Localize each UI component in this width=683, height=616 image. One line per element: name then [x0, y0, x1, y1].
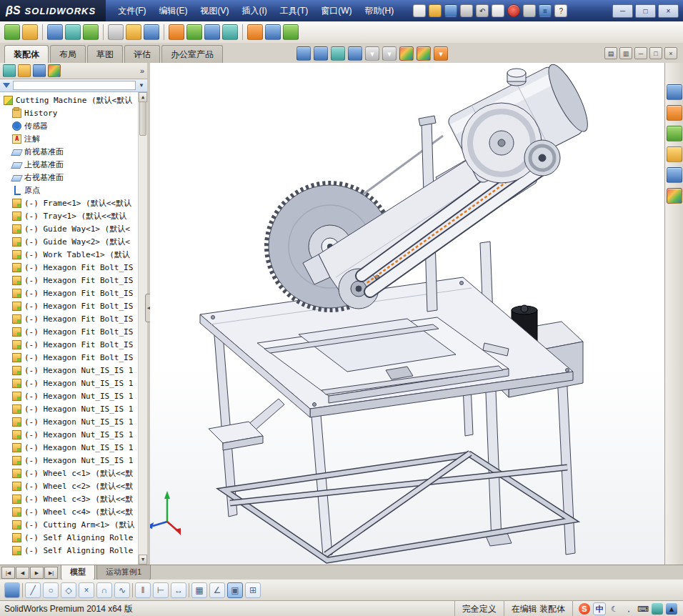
tree-item-sensors[interactable]: 传感器 [0, 119, 147, 132]
tree-item-component[interactable]: (-) Hexagon Fit Bolt_IS [0, 287, 147, 299]
smart-fasteners-icon[interactable] [65, 24, 81, 40]
view-orientation-icon[interactable]: ▾ [365, 46, 379, 61]
tree-item-component[interactable]: (-) Hexagon Nut_IS_IS 1 [0, 428, 147, 441]
filter-input[interactable] [13, 81, 136, 90]
menu-item[interactable]: 视图(V) [194, 1, 236, 21]
file-explorer-icon[interactable] [667, 146, 682, 162]
tree-item-component[interactable]: (-) Guide Way<2> (默认< [0, 235, 147, 248]
tree-item-component[interactable]: (-) Hexagon Fit Bolt_IS [0, 261, 147, 274]
previous-study-button[interactable]: ◀ [16, 567, 29, 579]
linear-component-pattern-icon[interactable] [47, 24, 63, 40]
sogou-ime-icon[interactable]: S [579, 603, 590, 615]
configurationmanager-tab-icon[interactable] [33, 64, 46, 77]
tree-item-component[interactable]: (-) Wheel c<1> (默认<<默 [0, 467, 147, 480]
tree-item-component[interactable]: (-) Hexagon Fit Bolt_IS [0, 299, 147, 312]
featuremanager-tab-icon[interactable] [3, 64, 16, 77]
large-design-review-icon[interactable] [283, 24, 299, 40]
command-tab[interactable]: 草图 [87, 45, 123, 63]
task-pane-expand-icon[interactable] [667, 84, 682, 100]
menu-item[interactable]: 工具(T) [274, 1, 314, 21]
tree-item-component[interactable]: (-) Wheel c<2> (默认<<默 [0, 480, 147, 492]
tree-item-component[interactable]: (-) Hexagon Fit Bolt_IS [0, 351, 147, 364]
tree-item-component[interactable]: (-) Hexagon Fit Bolt_IS [0, 325, 147, 338]
tree-item-component[interactable]: (-) Hexagon Fit Bolt_IS [0, 338, 147, 351]
record-macro-icon[interactable] [507, 4, 520, 17]
save-icon[interactable] [444, 4, 457, 17]
minimize-document-icon[interactable]: ─ [634, 47, 647, 59]
tree-item-component[interactable]: (-) Wheel c<4> (默认<<默 [0, 505, 147, 518]
ime-language-icon[interactable]: 中 [593, 602, 606, 615]
appearances-scenes-icon[interactable] [667, 188, 682, 204]
close-button[interactable]: × [658, 4, 679, 18]
tray-up-icon[interactable]: ▲ [666, 603, 677, 615]
trim-entities-icon[interactable]: ⊢ [153, 582, 169, 598]
restore-document-icon[interactable]: □ [649, 47, 662, 59]
tree-item-component[interactable]: (-) Wheel c<3> (默认<<默 [0, 492, 147, 505]
tree-item-component[interactable]: (-) Hexagon Fit Bolt_IS [0, 274, 147, 287]
scroll-up-icon[interactable]: ▲ [139, 92, 147, 102]
arc-icon[interactable]: ∩ [96, 582, 112, 598]
new-document-icon[interactable] [413, 4, 426, 17]
model-3d-view[interactable] [150, 63, 664, 565]
table-icon[interactable]: ⊞ [245, 582, 261, 598]
tree-item-component[interactable]: (-) Hexagon Nut_IS_IS 1 [0, 377, 147, 389]
tree-item-component[interactable]: (-) Hexagon Nut_IS_IS 1 [0, 441, 147, 454]
command-tab[interactable]: 布局 [50, 45, 86, 63]
tree-item-origin[interactable]: 原点 [0, 184, 147, 197]
scroll-down-icon[interactable]: ▼ [139, 555, 147, 565]
help-icon[interactable]: ? [554, 4, 567, 17]
polygon-icon[interactable]: ◇ [61, 582, 76, 598]
exploded-view-icon[interactable] [204, 24, 220, 40]
tree-item-component[interactable]: (-) Hexagon Nut_IS_IS 1 [0, 402, 147, 415]
tree-item-component[interactable]: (-) Tray<1> (默认<<默认 [0, 209, 147, 222]
assembly-features-icon[interactable] [126, 24, 141, 40]
tree-item-component[interactable]: (-) Frame<1> (默认<<默认 [0, 197, 147, 209]
command-tab[interactable]: 装配体 [4, 45, 49, 63]
tree-item-component[interactable]: (-) Self Aligning Rolle [0, 544, 147, 557]
close-document-icon[interactable]: × [664, 47, 677, 59]
scrollbar-thumb[interactable] [139, 101, 146, 136]
ime-fullwidth-icon[interactable]: ☾ [609, 603, 620, 615]
smart-dimension-icon[interactable]: ↔ [171, 582, 186, 598]
display-style-icon[interactable]: ▾ [382, 46, 397, 61]
maximize-button[interactable]: □ [635, 4, 656, 18]
zoom-to-fit-icon[interactable] [296, 46, 311, 61]
previous-view-icon[interactable] [331, 46, 345, 61]
study-tab[interactable]: 模型 [61, 565, 95, 580]
save-icon[interactable] [4, 582, 20, 598]
menu-item[interactable]: 编辑(E) [153, 1, 194, 21]
mate-icon[interactable] [22, 24, 38, 40]
minimize-button[interactable]: ─ [612, 4, 633, 18]
command-tab[interactable]: 办公室产品 [161, 45, 223, 63]
hide-show-items-icon[interactable] [399, 46, 414, 61]
circle-icon[interactable]: ○ [43, 582, 59, 598]
mirror-entities-icon[interactable]: ‖ [135, 582, 151, 598]
take-snapshot-icon[interactable] [265, 24, 281, 40]
spline-icon[interactable]: ∿ [114, 582, 130, 598]
study-tab[interactable]: 运动算例1 [96, 565, 151, 580]
view-settings-icon[interactable]: ▾ [434, 46, 448, 61]
insert-component-icon[interactable] [4, 24, 20, 40]
cascade-windows-icon[interactable]: ▤ [604, 47, 617, 59]
ime-punctuation-icon[interactable]: ， [623, 603, 634, 615]
ime-keyboard-icon[interactable]: ⌨ [637, 603, 649, 615]
menu-item[interactable]: 帮助(H) [358, 1, 400, 21]
open-icon[interactable] [429, 4, 442, 17]
instant3d-icon[interactable] [222, 24, 238, 40]
tree-item-annotations[interactable]: 注解 [0, 132, 147, 145]
view-palette-icon[interactable] [667, 167, 682, 183]
work-table[interactable] [200, 277, 573, 417]
displaymanager-tab-icon[interactable] [48, 64, 61, 77]
tree-item-component[interactable]: (-) Cutting Arm<1> (默认 [0, 518, 147, 531]
reference-geometry-icon[interactable] [144, 24, 159, 40]
tree-item-component[interactable]: (-) Hexagon Nut_IS_IS 1 [0, 389, 147, 402]
filter-caret-icon[interactable]: ▼ [139, 82, 144, 89]
undo-icon[interactable]: ↶ [476, 4, 489, 17]
tree-item-component[interactable]: (-) Hexagon Nut_IS_IS 1 [0, 454, 147, 467]
tree-item-history[interactable]: History [0, 106, 147, 119]
options-icon[interactable] [523, 4, 536, 17]
angle-snap-icon[interactable]: ∠ [209, 582, 225, 598]
ime-toolbox-icon[interactable] [652, 603, 663, 615]
panel-overflow-button[interactable]: » [140, 66, 144, 75]
list-icon[interactable]: ≡ [539, 4, 552, 17]
